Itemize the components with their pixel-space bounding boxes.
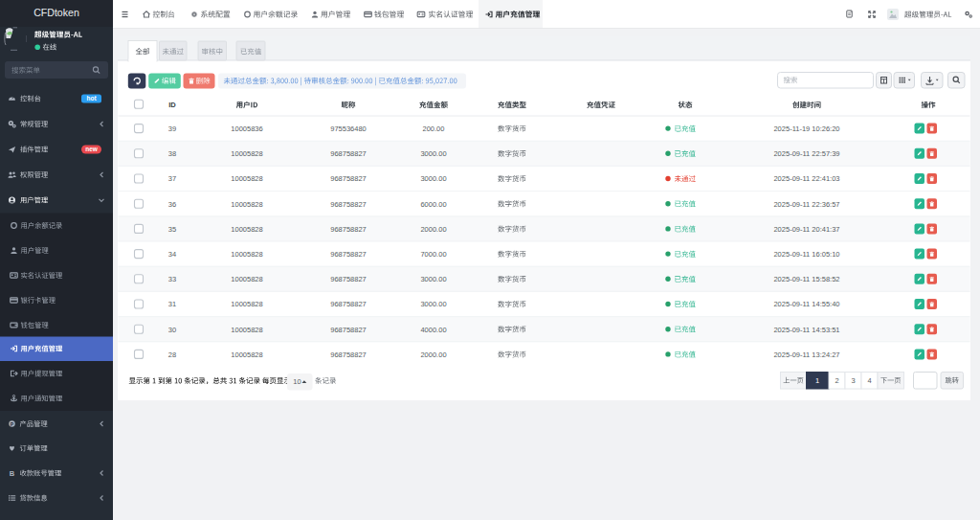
svg-text:975536480: 975536480 xyxy=(330,124,367,133)
svg-text:4: 4 xyxy=(867,376,871,385)
svg-text:28: 28 xyxy=(168,350,176,359)
svg-text:968758827: 968758827 xyxy=(330,250,367,259)
svg-text:3: 3 xyxy=(851,376,855,385)
svg-text:B: B xyxy=(10,469,15,478)
svg-text:ID: ID xyxy=(168,101,176,109)
svg-text:2025-09-11 22:41:03: 2025-09-11 22:41:03 xyxy=(773,174,839,183)
svg-text:2025-09-11 15:58:52: 2025-09-11 15:58:52 xyxy=(773,275,839,283)
svg-text:2025-09-11 20:41:37: 2025-09-11 20:41:37 xyxy=(773,225,839,234)
svg-text:200.00: 200.00 xyxy=(423,124,445,133)
svg-text:39: 39 xyxy=(168,124,176,133)
svg-text:968758827: 968758827 xyxy=(330,275,367,283)
svg-text:968758827: 968758827 xyxy=(330,350,367,359)
svg-text:2025-09-11 22:57:39: 2025-09-11 22:57:39 xyxy=(773,149,839,158)
svg-text:1: 1 xyxy=(815,376,819,385)
svg-text:34: 34 xyxy=(168,250,176,259)
svg-text:10005828: 10005828 xyxy=(231,326,262,334)
svg-text:10: 10 xyxy=(293,377,301,386)
svg-text:33: 33 xyxy=(168,275,176,283)
svg-text:6000.00: 6000.00 xyxy=(420,200,446,209)
svg-text:3000.00: 3000.00 xyxy=(420,275,446,283)
svg-text:2: 2 xyxy=(835,376,838,385)
svg-text:968758827: 968758827 xyxy=(330,200,367,209)
svg-text:2025-11-19 10:26:20: 2025-11-19 10:26:20 xyxy=(773,124,839,133)
svg-text:37: 37 xyxy=(168,174,176,183)
svg-text:968758827: 968758827 xyxy=(330,300,367,308)
svg-text:968758827: 968758827 xyxy=(330,225,367,234)
svg-text:10005828: 10005828 xyxy=(231,200,262,209)
svg-text:10005828: 10005828 xyxy=(231,350,262,359)
svg-text:10005828: 10005828 xyxy=(231,225,262,234)
svg-text:31: 31 xyxy=(168,300,176,308)
svg-text:968758827: 968758827 xyxy=(330,149,367,158)
svg-text:2000.00: 2000.00 xyxy=(420,350,446,359)
svg-text:2025-09-11 14:55:40: 2025-09-11 14:55:40 xyxy=(773,300,839,308)
svg-text:new: new xyxy=(85,146,99,152)
svg-text:35: 35 xyxy=(168,225,176,234)
svg-text:968758827: 968758827 xyxy=(330,326,367,334)
svg-text:CFDtoken: CFDtoken xyxy=(33,7,79,18)
svg-text:7000.00: 7000.00 xyxy=(420,250,446,259)
svg-text:38: 38 xyxy=(168,149,176,158)
svg-text:3000.00: 3000.00 xyxy=(420,300,446,308)
svg-text:3000.00: 3000.00 xyxy=(420,149,446,158)
svg-text:2025-09-11 16:05:10: 2025-09-11 16:05:10 xyxy=(773,250,839,259)
svg-text:4000.00: 4000.00 xyxy=(420,326,446,334)
svg-text:2000.00: 2000.00 xyxy=(420,225,446,234)
svg-text:968758827: 968758827 xyxy=(330,174,367,183)
svg-text:36: 36 xyxy=(168,200,176,209)
svg-text:hot: hot xyxy=(86,95,97,102)
svg-text:3000.00: 3000.00 xyxy=(420,174,446,183)
svg-text:2025-09-11 22:36:57: 2025-09-11 22:36:57 xyxy=(773,200,839,209)
svg-text:10005828: 10005828 xyxy=(231,275,262,283)
svg-text:10005828: 10005828 xyxy=(231,300,262,308)
svg-text:2025-09-11 14:53:51: 2025-09-11 14:53:51 xyxy=(773,326,839,334)
svg-text:10005828: 10005828 xyxy=(231,174,262,183)
svg-text:2025-09-11 13:24:27: 2025-09-11 13:24:27 xyxy=(773,350,839,359)
svg-text:10005836: 10005836 xyxy=(231,124,262,133)
svg-text:10005828: 10005828 xyxy=(231,250,262,259)
svg-text:30: 30 xyxy=(168,326,176,334)
svg-text:10005828: 10005828 xyxy=(231,149,262,158)
